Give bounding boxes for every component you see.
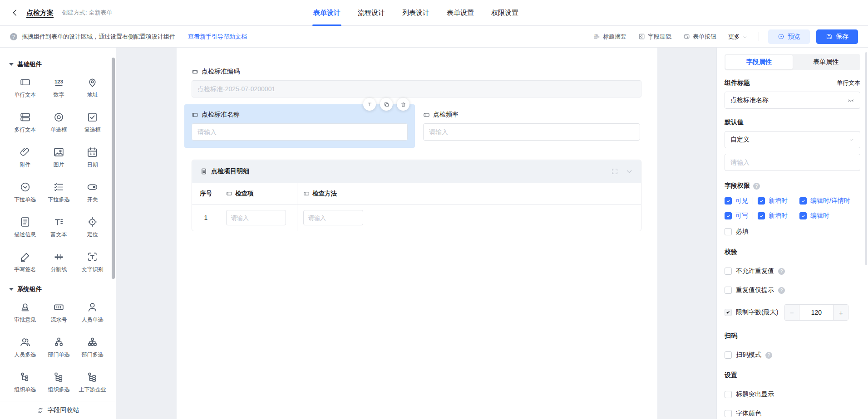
- checkbox[interactable]: [758, 212, 765, 219]
- component-人员单选[interactable]: 人员单选: [76, 302, 109, 324]
- help-circle-icon[interactable]: ?: [765, 352, 772, 359]
- expand-icon[interactable]: [611, 168, 618, 175]
- panel-scrollbar[interactable]: [865, 52, 867, 265]
- help-circle-icon[interactable]: ?: [778, 268, 785, 275]
- toolbar-action-表单按钮[interactable]: 表单按钮: [683, 33, 716, 41]
- component-图片[interactable]: 图片: [42, 146, 75, 169]
- component-地址[interactable]: 地址: [76, 77, 109, 99]
- field-code[interactable]: 点检标准编码: [192, 68, 641, 97]
- field-freq-input[interactable]: [423, 123, 640, 141]
- field-name-selected[interactable]: 点检标准名称: [184, 104, 415, 148]
- checkbox[interactable]: [725, 268, 732, 275]
- field-name-label: 点检标准名称: [202, 111, 240, 119]
- more-menu[interactable]: 更多: [728, 33, 748, 41]
- checkbox[interactable]: [799, 197, 807, 205]
- option-label: 扫码模式: [736, 351, 761, 359]
- checkbox[interactable]: [725, 197, 732, 205]
- checkbox[interactable]: [725, 351, 732, 359]
- preview-label: 预览: [788, 33, 800, 41]
- preview-button[interactable]: 预览: [768, 29, 810, 44]
- checkbox[interactable]: [725, 287, 732, 294]
- component-下拉单选[interactable]: 下拉单选: [8, 181, 42, 204]
- component-日期[interactable]: 日期: [76, 146, 109, 169]
- component-label: 图片: [53, 161, 64, 169]
- tab-表单设计[interactable]: 表单设计: [313, 0, 340, 26]
- checkbox[interactable]: [725, 391, 732, 398]
- perm-label: 编辑时/详情时: [810, 197, 850, 205]
- save-button[interactable]: 保存: [816, 29, 858, 44]
- component-富文本[interactable]: 富文本: [42, 216, 75, 239]
- field-freq[interactable]: 点检频率: [423, 104, 640, 141]
- component-label: 地址: [87, 91, 98, 99]
- guide-doc-link[interactable]: 查看新手引导帮助文档: [188, 33, 247, 41]
- text-style-button[interactable]: [363, 98, 376, 111]
- chevron-down-icon: [848, 137, 854, 143]
- play-circle-icon: [778, 33, 784, 40]
- component-单行文本[interactable]: 单行文本: [8, 77, 42, 99]
- section-title-系统组件[interactable]: 系统组件: [9, 285, 109, 293]
- tab-流程设计[interactable]: 流程设计: [358, 0, 385, 26]
- component-审批意见[interactable]: 审批意见: [8, 302, 42, 324]
- table-cell-input[interactable]: [226, 210, 286, 225]
- component-部门单选[interactable]: 部门单选: [42, 336, 75, 359]
- checkbox[interactable]: [725, 212, 732, 219]
- toolbar-action-标题摘要[interactable]: Title标题摘要: [593, 33, 626, 41]
- component-人员多选[interactable]: 人员多选: [8, 336, 42, 359]
- component-定位[interactable]: 定位: [76, 216, 109, 239]
- tab-列表设计[interactable]: 列表设计: [402, 0, 429, 26]
- component-组织单选[interactable]: 组织单选: [8, 371, 42, 394]
- checkbox[interactable]: [758, 197, 765, 205]
- help-circle-icon[interactable]: ?: [753, 183, 760, 190]
- component-单选框[interactable]: 单选框: [42, 112, 75, 134]
- panel-tab-表单属性[interactable]: 表单属性: [793, 55, 860, 69]
- default-value-select[interactable]: 自定义: [725, 131, 860, 148]
- checkbox[interactable]: [799, 212, 807, 219]
- component-组织多选[interactable]: 组织多选: [42, 371, 75, 394]
- field-code-input[interactable]: [192, 80, 641, 97]
- checkbox[interactable]: [725, 228, 732, 235]
- hide-title-toggle[interactable]: [841, 92, 860, 108]
- component-手写签名[interactable]: 手写签名: [8, 251, 42, 273]
- component-上下游企业[interactable]: 上下游企业: [76, 371, 109, 394]
- more-label: 更多: [728, 33, 740, 41]
- component-描述信息[interactable]: 描述信息: [8, 216, 42, 239]
- checkbox[interactable]: [725, 309, 732, 316]
- table-cell-input[interactable]: [303, 210, 363, 225]
- default-value-input[interactable]: [725, 154, 860, 171]
- component-流水号[interactable]: 流水号: [42, 302, 75, 324]
- component-开关[interactable]: 开关: [76, 181, 109, 204]
- tab-权限设置[interactable]: 权限设置: [491, 0, 518, 26]
- delete-button[interactable]: [397, 98, 409, 111]
- plus-button[interactable]: +: [833, 305, 848, 320]
- toolbar-action-字段显隐[interactable]: 字段显隐: [638, 33, 671, 41]
- field-name-input[interactable]: [192, 123, 408, 141]
- minus-button[interactable]: −: [784, 305, 799, 320]
- sidebar-scrollbar[interactable]: [112, 58, 115, 279]
- component-下拉多选[interactable]: 下拉多选: [42, 181, 75, 204]
- collapse-chevron-icon[interactable]: [626, 168, 633, 175]
- component-title-input[interactable]: [725, 92, 841, 108]
- component-复选框[interactable]: 复选框: [76, 112, 109, 134]
- option-label: 不允许重复值: [736, 267, 774, 275]
- tab-表单设置[interactable]: 表单设置: [447, 0, 474, 26]
- help-circle-icon[interactable]: ?: [778, 287, 785, 294]
- checkbox[interactable]: [725, 410, 732, 417]
- rich-text-icon: [53, 216, 64, 228]
- permission-row: 可写新增时编辑时: [725, 212, 860, 220]
- component-label: 下拉多选: [48, 196, 69, 204]
- image-icon: [53, 146, 64, 158]
- detail-table-card[interactable]: 点检项目明细 序号检查项检查方法 1: [192, 160, 641, 231]
- field-recycle-bin[interactable]: 字段回收站: [0, 401, 116, 419]
- component-附件[interactable]: 附件: [8, 146, 42, 169]
- panel-tab-字段属性[interactable]: 字段属性: [725, 55, 793, 69]
- component-部门多选[interactable]: 部门多选: [76, 336, 109, 359]
- copy-button[interactable]: [380, 98, 393, 111]
- section-title-基础组件[interactable]: 基础组件: [9, 60, 109, 68]
- component-数字[interactable]: 123数字: [42, 77, 75, 99]
- char-limit-value[interactable]: [799, 309, 833, 316]
- back-icon[interactable]: [11, 9, 19, 17]
- component-多行文本[interactable]: 多行文本: [8, 112, 42, 134]
- component-分割线[interactable]: 分割线: [42, 251, 75, 273]
- perm-label: 新增时: [769, 212, 788, 220]
- component-文字识别[interactable]: 文字识别: [76, 251, 109, 273]
